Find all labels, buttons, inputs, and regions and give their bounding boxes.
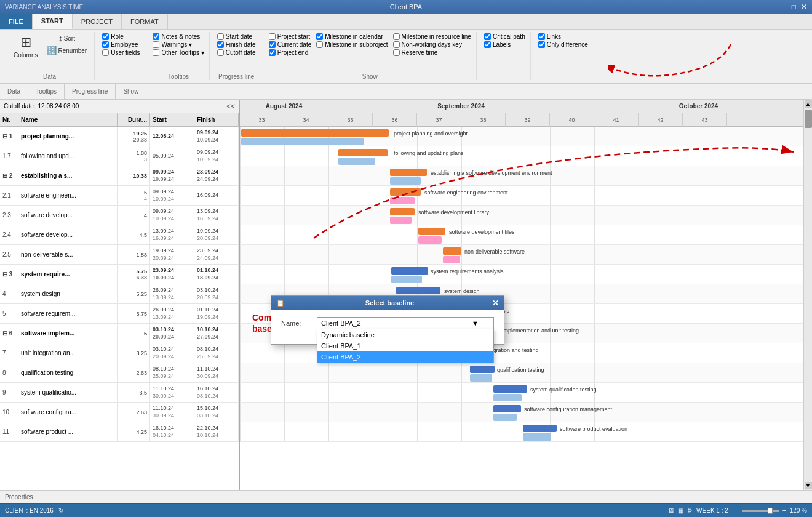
non-working-days-checkbox[interactable]: Non-working days key	[393, 41, 471, 48]
zoom-slider[interactable]	[742, 510, 779, 512]
tab-file[interactable]: FILE	[0, 14, 33, 29]
employee-checkbox[interactable]: Employee	[102, 41, 140, 48]
name-label: Name:	[281, 319, 312, 327]
cell-finish: 01.10.24 18.09.24	[194, 265, 239, 284]
cell-finish: 16.09.24	[194, 186, 239, 205]
tab-project[interactable]: PROJECT	[73, 14, 122, 29]
start-date-checkbox[interactable]: Start date	[217, 33, 256, 40]
table-row[interactable]: 11 software product ... 4.25 16.10.24 04…	[0, 422, 239, 442]
table-row[interactable]: 9 system qualificatio... 3.5 11.10.24 30…	[0, 383, 239, 403]
current-date-checkbox[interactable]: Current date	[269, 41, 312, 48]
cell-finish: 15.10.24 03.10.24	[194, 403, 239, 422]
links-checkbox[interactable]: Links	[538, 33, 588, 40]
refresh-icon[interactable]: ↻	[58, 507, 63, 514]
dropdown-item-bpa2[interactable]: Client BPA_2	[317, 351, 493, 363]
cell-dur: 1.88	[118, 245, 150, 264]
cell-finish: 09.09.24 10.09.24	[194, 146, 239, 166]
milestone-calendar-checkbox[interactable]: Milestone in calendar	[316, 33, 388, 40]
cell-finish: 19.09.24 20.09.24	[194, 225, 239, 244]
table-row[interactable]: 2.4 software develop... 4.5 13.09.24 16.…	[0, 225, 239, 245]
cell-dur: 1.88 3	[118, 146, 150, 166]
gantt-bar	[396, 287, 440, 294]
gantt-row: project planning and oversight	[240, 127, 803, 146]
table-row[interactable]: 4 system design 5.25 26.09.24 13.09.24 0…	[0, 284, 239, 304]
table-row[interactable]: 10 software configura... 2.63 11.10.24 3…	[0, 403, 239, 422]
table-row[interactable]: 5 software requirem... 3.75 26.09.24 13.…	[0, 304, 239, 324]
baseline-dropdown[interactable]: Dynamic baseline Client BPA_1 Client BPA…	[317, 329, 494, 363]
grid-icon: ▦	[678, 507, 683, 514]
minimize-icon[interactable]: —	[779, 2, 787, 11]
maximize-icon[interactable]: □	[792, 2, 796, 11]
show-content: Project start Current date Project end M…	[269, 32, 471, 72]
bar-label: system requirements analysis	[431, 268, 504, 275]
project-end-checkbox[interactable]: Project end	[269, 49, 312, 56]
table-row[interactable]: ⊟ 6 software implem... 5 03.10.24 20.09.…	[0, 324, 239, 343]
ribbon-group-critical: Critical path Labels	[479, 32, 531, 80]
tab-format[interactable]: FORMAT	[122, 14, 168, 29]
select-baseline-dialog[interactable]: 📋 Select baseline ✕ Name: Client BPA_2 ▼…	[271, 295, 504, 345]
table-row[interactable]: ⊟ 1 project planning... 19.25 20.38 12.0…	[0, 127, 239, 146]
table-body: ⊟ 1 project planning... 19.25 20.38 12.0…	[0, 127, 239, 490]
cell-name: system qualificatio...	[18, 383, 118, 402]
zoom-out-icon[interactable]: —	[732, 507, 738, 514]
bar-label: software configuration management	[524, 406, 612, 412]
scroll-up[interactable]: ▲	[805, 100, 812, 108]
table-row[interactable]: ⊟ 3 system require... 5.75 6.38 23.09.24…	[0, 265, 239, 284]
project-start-checkbox[interactable]: Project start	[269, 33, 312, 40]
baseline-select-display[interactable]: Client BPA_2 ▼	[317, 317, 494, 329]
week-41: 41	[594, 113, 639, 127]
table-row[interactable]: 2.5 non-deliverable s... 1.88 19.09.24 2…	[0, 245, 239, 265]
dropdown-item-dynamic[interactable]: Dynamic baseline	[317, 329, 493, 340]
cell-name: software develop...	[18, 225, 118, 244]
reserve-time-checkbox[interactable]: Reserve time	[393, 49, 471, 56]
gantt-row: qualification testing	[240, 363, 803, 383]
milestone-subproject-checkbox[interactable]: Milestone in subproject	[316, 41, 388, 48]
bar-label: establishing a software development envi…	[431, 170, 552, 176]
cell-dur: 4.5	[118, 225, 150, 244]
role-checkbox[interactable]: Role	[102, 33, 140, 40]
tab-start[interactable]: START	[33, 14, 73, 29]
cell-start: 11.10.24 30.09.24	[150, 383, 194, 402]
gantt-bar	[390, 177, 421, 185]
status-client: CLIENT: EN 2016	[5, 507, 54, 514]
notes-checkbox[interactable]: Notes & notes	[153, 33, 204, 40]
collapse-button[interactable]: <<	[226, 102, 235, 111]
other-tooltips-checkbox[interactable]: Other Tooltips ▾	[153, 49, 204, 56]
table-row[interactable]: 2.3 software develop... 4 09.09.24 10.09…	[0, 206, 239, 225]
renumber-button[interactable]: 🔢 Renumber	[44, 44, 89, 57]
progress-content: Start date Finish date Cutoff date	[217, 32, 256, 72]
cell-name: project planning...	[18, 127, 118, 146]
table-row[interactable]: 7 unit integration an... 3.25 03.10.24 2…	[0, 343, 239, 363]
right-scrollbar[interactable]: ▲ ▼	[803, 100, 812, 490]
labels-checkbox[interactable]: Labels	[484, 41, 525, 48]
milestone-resource-checkbox[interactable]: Milestone in resource line	[393, 33, 471, 40]
cell-finish: 03.10.24 20.09.24	[194, 284, 239, 303]
critical-path-checkbox[interactable]: Critical path	[484, 33, 525, 40]
ribbon-group-show: Project start Current date Project end M…	[264, 32, 477, 80]
tooltips-content: Notes & notes Warnings ▾ Other Tooltips …	[153, 32, 204, 72]
cell-finish: 23.09.24 24.09.24	[194, 166, 239, 185]
columns-button[interactable]: ⊞ Columns	[10, 32, 41, 61]
cell-dur: 2.63	[118, 403, 150, 422]
scroll-down[interactable]: ▼	[805, 482, 812, 489]
table-row[interactable]: 1.7 following and upd... 1.88 3 05.09.24…	[0, 146, 239, 166]
sort-button[interactable]: ↕ Sort	[44, 32, 89, 44]
dialog-close-button[interactable]: ✕	[492, 299, 499, 308]
zoom-in-icon[interactable]: +	[782, 507, 786, 514]
user-fields-checkbox[interactable]: User fields	[102, 49, 140, 56]
cutoff-date-checkbox[interactable]: Cutoff date	[217, 49, 256, 56]
only-difference-checkbox[interactable]: Only difference	[538, 41, 588, 48]
baseline-select-wrapper[interactable]: Client BPA_2 ▼ Dynamic baseline Client B…	[317, 317, 494, 329]
close-icon[interactable]: ✕	[801, 2, 807, 11]
scroll-thumb[interactable]	[805, 110, 812, 128]
table-row[interactable]: ⊟ 2 establishing a s... 10.38 09.09.24 1…	[0, 166, 239, 186]
cell-dur: 10.38	[118, 166, 150, 185]
warnings-checkbox[interactable]: Warnings ▾	[153, 41, 204, 48]
table-row[interactable]: 2.1 software engineeri... 5 4 09.09.24 1…	[0, 186, 239, 206]
links-content: Links Only difference	[538, 32, 588, 79]
cell-finish: 13.09.24 16.09.24	[194, 206, 239, 225]
cell-nr: 2.4	[0, 225, 18, 244]
dropdown-item-bpa1[interactable]: Client BPA_1	[317, 340, 493, 351]
finish-date-checkbox[interactable]: Finish date	[217, 41, 256, 48]
table-row[interactable]: 8 qualification testing 2.63 08.10.24 25…	[0, 363, 239, 383]
